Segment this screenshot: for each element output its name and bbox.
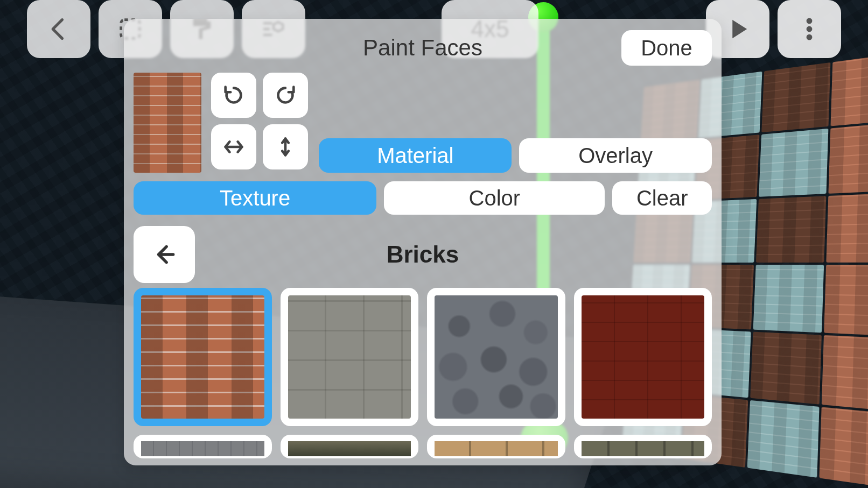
sheet-title: Paint Faces [224,35,621,61]
layer-segmented-control: Material Overlay [319,138,712,173]
svg-point-1 [807,19,812,24]
tab-clear-label: Clear [636,186,688,210]
texture-swatch-red-paver [582,295,705,419]
arrow-left-icon [45,15,73,43]
texture-card[interactable] [427,435,565,458]
texture-card[interactable] [134,435,272,458]
done-button[interactable]: Done [621,30,712,66]
play-icon [724,15,752,43]
mode-tabs: Texture Color Clear [134,181,712,215]
category-title: Bricks [195,241,650,268]
tab-color-label: Color [469,186,521,210]
texture-card[interactable] [574,435,712,458]
flip-horizontal-icon [221,135,246,159]
flip-horizontal-button[interactable] [211,124,256,169]
arrow-left-icon [151,241,178,268]
rotate-ccw-icon [221,83,246,108]
texture-swatch-preview [288,441,411,456]
transform-grid [211,73,308,173]
top-toolbar-right [706,0,841,58]
tab-color[interactable]: Color [384,181,605,215]
tab-material-label: Material [377,144,453,168]
tab-overlay-label: Overlay [578,144,653,168]
back-button[interactable] [27,0,90,58]
material-preview[interactable] [134,73,201,173]
rotate-ccw-button[interactable] [211,73,256,118]
svg-point-2 [807,27,812,32]
texture-swatch-preview [141,441,264,456]
sheet-header: Paint Faces Done [134,29,712,67]
texture-grid [134,288,712,458]
svg-point-3 [807,35,812,40]
category-bar: Bricks [134,225,712,284]
texture-swatch-grey-block [288,295,411,419]
paint-faces-sheet: Paint Faces Done Material O [124,19,722,465]
tab-clear[interactable]: Clear [612,181,712,215]
texture-card[interactable] [427,288,565,426]
category-back-button[interactable] [134,226,195,283]
texture-card[interactable] [281,288,419,426]
texture-card[interactable] [574,288,712,426]
texture-swatch-red-brick [141,295,264,419]
texture-swatch-preview [582,441,705,456]
flip-vertical-icon [273,135,298,159]
tab-texture-label: Texture [220,186,290,210]
preview-row: Material Overlay [134,73,712,173]
texture-card[interactable] [134,288,272,426]
rotate-cw-icon [273,83,298,108]
done-label: Done [641,36,692,60]
texture-swatch-preview [435,441,558,456]
tab-texture[interactable]: Texture [134,181,376,215]
texture-swatch-rock-wall [435,295,558,419]
tab-material[interactable]: Material [319,138,512,173]
more-button[interactable] [778,0,841,58]
rotate-cw-button[interactable] [263,73,308,118]
tab-overlay[interactable]: Overlay [519,138,712,173]
flip-vertical-button[interactable] [263,124,308,169]
more-vertical-icon [795,15,823,43]
texture-card[interactable] [281,435,419,458]
